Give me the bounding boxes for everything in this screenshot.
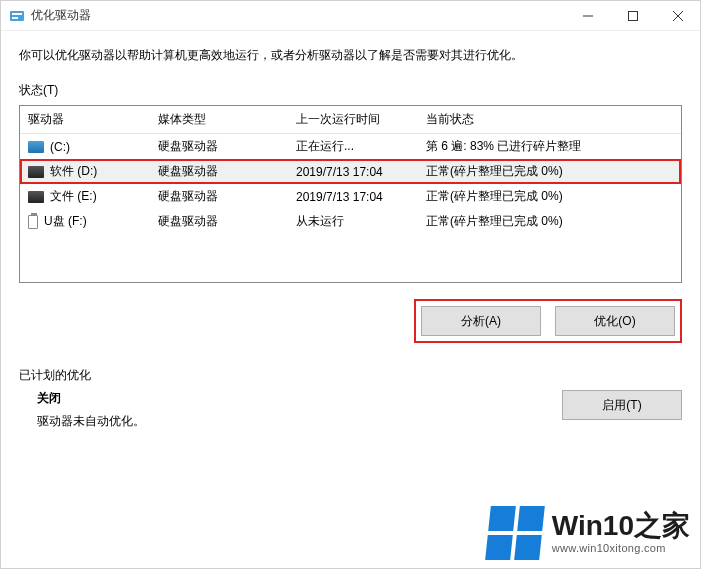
- drive-label: (C:): [50, 140, 70, 154]
- hdd-drive-icon: [28, 166, 44, 178]
- lastrun-cell: 2019/7/13 17:04: [288, 159, 418, 184]
- lastrun-cell: 2019/7/13 17:04: [288, 184, 418, 209]
- titlebar: 优化驱动器: [1, 1, 700, 31]
- schedule-section: 已计划的优化 关闭 驱动器未自动优化。 启用(T): [19, 367, 682, 430]
- schedule-heading: 已计划的优化: [19, 367, 682, 384]
- status-section-label: 状态(T): [19, 82, 682, 99]
- col-drive[interactable]: 驱动器: [20, 106, 150, 134]
- window-controls: [565, 1, 700, 31]
- maximize-button[interactable]: [610, 1, 655, 31]
- col-lastrun[interactable]: 上一次运行时间: [288, 106, 418, 134]
- svg-rect-1: [12, 13, 22, 15]
- table-row[interactable]: 文件 (E:)硬盘驱动器2019/7/13 17:04正常(碎片整理已完成 0%…: [20, 184, 681, 209]
- state-cell: 正常(碎片整理已完成 0%): [418, 209, 681, 234]
- drives-table: 驱动器 媒体类型 上一次运行时间 当前状态 (C:)硬盘驱动器正在运行...第 …: [20, 106, 681, 234]
- svg-rect-4: [628, 11, 637, 20]
- window-frame: 优化驱动器 你可以优化驱动器以帮助计算机更高效地运行，或者分析驱动器以了解是否需…: [0, 0, 701, 569]
- col-media[interactable]: 媒体类型: [150, 106, 288, 134]
- state-cell: 正常(碎片整理已完成 0%): [418, 159, 681, 184]
- minimize-button[interactable]: [565, 1, 610, 31]
- media-cell: 硬盘驱动器: [150, 209, 288, 234]
- table-row[interactable]: 软件 (D:)硬盘驱动器2019/7/13 17:04正常(碎片整理已完成 0%…: [20, 159, 681, 184]
- hdd-drive-icon: [28, 191, 44, 203]
- state-cell: 正常(碎片整理已完成 0%): [418, 184, 681, 209]
- content-area: 你可以优化驱动器以帮助计算机更高效地运行，或者分析驱动器以了解是否需要对其进行优…: [1, 31, 700, 568]
- lastrun-cell: 从未运行: [288, 209, 418, 234]
- table-header-row: 驱动器 媒体类型 上一次运行时间 当前状态: [20, 106, 681, 134]
- watermark: Win10之家 www.win10xitong.com: [488, 506, 690, 560]
- state-cell: 第 6 遍: 83% 已进行碎片整理: [418, 134, 681, 160]
- svg-rect-0: [10, 11, 24, 21]
- drive-label: 文件 (E:): [50, 188, 97, 205]
- col-state[interactable]: 当前状态: [418, 106, 681, 134]
- app-icon: [9, 8, 25, 24]
- enable-schedule-button[interactable]: 启用(T): [562, 390, 682, 420]
- media-cell: 硬盘驱动器: [150, 134, 288, 160]
- action-row: 分析(A) 优化(O): [19, 299, 682, 343]
- drive-label: U盘 (F:): [44, 213, 87, 230]
- schedule-status-title: 关闭: [37, 390, 562, 407]
- table-row[interactable]: U盘 (F:)硬盘驱动器从未运行正常(碎片整理已完成 0%): [20, 209, 681, 234]
- drive-label: 软件 (D:): [50, 163, 97, 180]
- action-highlight-box: 分析(A) 优化(O): [414, 299, 682, 343]
- window-title: 优化驱动器: [31, 7, 91, 24]
- optimize-button[interactable]: 优化(O): [555, 306, 675, 336]
- lastrun-cell: 正在运行...: [288, 134, 418, 160]
- ssd-drive-icon: [28, 141, 44, 153]
- table-row[interactable]: (C:)硬盘驱动器正在运行...第 6 遍: 83% 已进行碎片整理: [20, 134, 681, 160]
- usb-drive-icon: [28, 215, 38, 229]
- watermark-title: Win10之家: [552, 512, 690, 540]
- schedule-status-desc: 驱动器未自动优化。: [37, 413, 562, 430]
- analyze-button[interactable]: 分析(A): [421, 306, 541, 336]
- win10-logo-icon: [485, 506, 545, 560]
- drives-table-frame: 驱动器 媒体类型 上一次运行时间 当前状态 (C:)硬盘驱动器正在运行...第 …: [19, 105, 682, 283]
- close-button[interactable]: [655, 1, 700, 31]
- description-text: 你可以优化驱动器以帮助计算机更高效地运行，或者分析驱动器以了解是否需要对其进行优…: [19, 47, 682, 64]
- watermark-url: www.win10xitong.com: [552, 543, 690, 554]
- media-cell: 硬盘驱动器: [150, 184, 288, 209]
- svg-rect-2: [12, 17, 18, 19]
- media-cell: 硬盘驱动器: [150, 159, 288, 184]
